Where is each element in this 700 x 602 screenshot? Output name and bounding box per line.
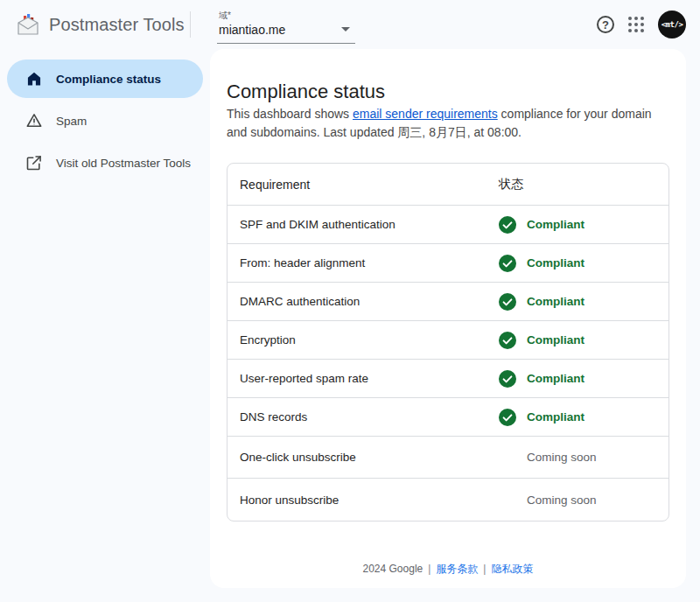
sidebar-item-compliance-status[interactable]: Compliance status (7, 60, 203, 98)
check-circle-icon (499, 370, 516, 388)
chevron-down-icon (341, 27, 350, 32)
app-title: Postmaster Tools (49, 15, 185, 35)
footer-separator: | (428, 563, 430, 575)
status-text: Compliant (527, 372, 584, 385)
page-description: This dashboard shows email sender requir… (227, 105, 669, 142)
warning-triangle-icon (25, 112, 43, 130)
sidebar-item-label: Compliance status (56, 73, 161, 86)
status-cell: Compliant (499, 409, 584, 426)
domain-selector[interactable]: 域* miantiao.me (217, 6, 355, 44)
column-header-requirement: Requirement (240, 178, 499, 192)
status-cell: Coming soon (499, 451, 597, 464)
status-cell: Coming soon (499, 494, 597, 507)
card-footer: 2024 Google|服务条款|隐私政策 (227, 562, 669, 577)
copyright-text: 2024 Google (363, 563, 424, 575)
home-icon (25, 70, 43, 88)
page-title: Compliance status (227, 80, 669, 103)
check-circle-icon (499, 332, 516, 349)
requirement-label: One-click unsubscribe (240, 451, 499, 464)
help-icon[interactable]: ? (597, 16, 614, 33)
requirement-label: DMARC authentication (240, 295, 499, 308)
domain-selector-value: miantiao.me (219, 23, 285, 37)
terms-of-service-link[interactable]: 服务条款 (436, 563, 478, 575)
status-cell: Compliant (499, 332, 584, 349)
check-circle-icon (499, 216, 516, 234)
avatar-initials: <mt/> (662, 20, 683, 29)
table-row: User-reported spam rateCompliant (228, 360, 668, 398)
sidebar-item-label: Visit old Postmaster Tools (56, 157, 191, 170)
privacy-policy-link[interactable]: 隐私政策 (491, 563, 533, 575)
status-text: Compliant (527, 333, 584, 346)
description-text: This dashboard shows (227, 107, 353, 121)
status-cell: Compliant (499, 255, 584, 272)
compliance-table: Requirement 状态 SPF and DKIM authenticati… (227, 163, 669, 522)
status-cell: Compliant (499, 216, 584, 234)
check-circle-icon (499, 293, 516, 311)
status-text: Compliant (527, 256, 584, 270)
requirement-label: Encryption (240, 333, 499, 346)
avatar[interactable]: <mt/> (658, 10, 686, 38)
status-cell: Compliant (499, 370, 584, 388)
footer-separator: | (483, 563, 486, 575)
status-text: Compliant (527, 410, 584, 424)
requirement-label: SPF and DKIM authentication (240, 218, 499, 231)
requirement-label: DNS records (240, 410, 499, 424)
status-text: Compliant (527, 218, 584, 231)
sidebar-item-label: Spam (56, 115, 87, 128)
check-circle-icon (499, 255, 516, 272)
table-row: One-click unsubscribeComing soon (228, 437, 668, 479)
postmaster-tools-logo-icon (16, 13, 40, 37)
requirement-label: From: header alignment (240, 256, 499, 270)
status-text: Compliant (527, 295, 584, 308)
status-cell: Compliant (499, 293, 584, 311)
external-link-icon (25, 154, 43, 172)
requirement-label: Honor unsubscribe (240, 494, 499, 507)
check-circle-icon (499, 409, 516, 426)
column-header-status: 状态 (499, 177, 523, 192)
sidebar-item-visit-old-postmaster-tools[interactable]: Visit old Postmaster Tools (7, 144, 203, 182)
status-text: Coming soon (527, 494, 597, 507)
sidebar: Compliance status Spam Visit old Postm (0, 49, 210, 602)
table-body: SPF and DKIM authenticationCompliantFrom… (228, 206, 668, 521)
domain-selector-label: 域* (219, 10, 354, 22)
app-header: Postmaster Tools 域* miantiao.me ? <mt/> (0, 0, 700, 49)
table-row: DNS recordsCompliant (228, 398, 668, 437)
header-divider (190, 11, 191, 38)
table-row: From: header alignmentCompliant (228, 244, 668, 283)
table-row: EncryptionCompliant (228, 321, 668, 360)
email-sender-requirements-link[interactable]: email sender requirements (353, 107, 498, 121)
requirement-label: User-reported spam rate (240, 372, 499, 385)
table-row: DMARC authenticationCompliant (228, 283, 668, 321)
sidebar-item-spam[interactable]: Spam (7, 102, 203, 140)
main-card: Compliance status This dashboard shows e… (210, 49, 686, 588)
header-actions: ? <mt/> (597, 10, 686, 38)
table-row: Honor unsubscribeComing soon (228, 479, 668, 521)
status-text: Coming soon (527, 451, 597, 464)
table-header-row: Requirement 状态 (228, 164, 668, 206)
brand: Postmaster Tools (16, 13, 190, 37)
apps-grid-icon[interactable] (628, 17, 644, 32)
table-row: SPF and DKIM authenticationCompliant (228, 206, 668, 244)
